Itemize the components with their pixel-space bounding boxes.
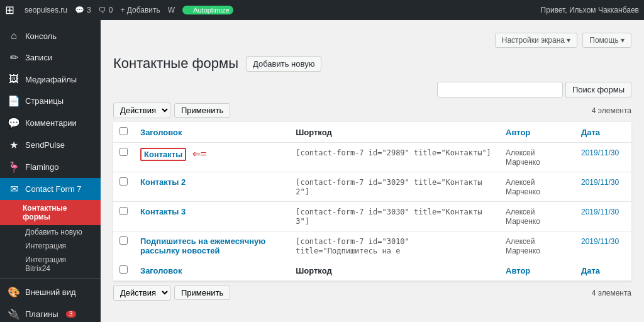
table-row: Контакты 3 [contact-form-7 id="3030" tit…: [113, 202, 631, 231]
cf7-icon: ✉: [8, 183, 20, 195]
tfoot-shortcode: Шорткод: [289, 260, 499, 281]
sidebar-sub-add-new[interactable]: Добавить новую: [0, 225, 101, 239]
sidebar-label-posts: Записи: [25, 53, 52, 62]
row3-title-cell: Контакты 3: [134, 202, 289, 231]
th-checkbox: [113, 122, 134, 143]
row1-date[interactable]: 2019/11/30: [581, 148, 619, 157]
main-content: Настройки экрана ▾ Помощь ▾ Контактные ф…: [101, 20, 644, 322]
actions-left: Действия Применить: [113, 103, 230, 118]
row2-checkbox[interactable]: [119, 177, 128, 186]
select-all-checkbox[interactable]: [119, 127, 128, 135]
help-button[interactable]: Помощь ▾: [582, 33, 631, 48]
sidebar-item-plugins[interactable]: 🔌 Плагины 3: [0, 303, 101, 322]
tfoot-checkbox: [113, 260, 134, 281]
row4-date-cell: 2019/11/30: [575, 231, 631, 261]
row2-date[interactable]: 2019/11/30: [581, 178, 619, 187]
row4-title-cell: Подпишитесь на ежемесячную рассылку ново…: [134, 231, 289, 261]
row2-author-cell: Алексей Марченко: [499, 172, 575, 202]
row2-shortcode: [contact-form-7 id="3029" title="Контакт…: [296, 178, 482, 196]
sidebar-item-posts[interactable]: ✏ Записи: [0, 47, 101, 69]
row3-title-link[interactable]: Контакты 3: [140, 207, 186, 216]
select-all-footer-checkbox[interactable]: [119, 265, 128, 274]
row2-date-cell: 2019/11/30: [575, 172, 631, 202]
page-header: Контактные формы Добавить новую: [113, 55, 631, 72]
plugin-link[interactable]: W: [168, 6, 175, 14]
bottom-actions-bar: Действия Применить 4 элемента: [113, 285, 631, 301]
sidebar-sub-integration-bitrix[interactable]: Интеграция Bitrix24: [0, 253, 101, 275]
th-author[interactable]: Автор: [499, 122, 575, 143]
sidebar-item-comments[interactable]: 💬 Комментарии: [0, 112, 101, 134]
sidebar-label-sendpulse: SendPulse: [25, 140, 65, 150]
add-new-link[interactable]: + Добавить: [120, 6, 160, 14]
tfoot-title[interactable]: Заголовок: [134, 260, 289, 281]
sidebar-item-pages[interactable]: 📄 Страницы: [0, 90, 101, 112]
comment-icon: 💬: [75, 6, 84, 14]
row1-author: Алексей Марченко: [506, 148, 540, 167]
comments-link[interactable]: 💬 3: [75, 6, 91, 14]
sidebar: ⌂ Консоль ✏ Записи 🖼 Медиафайлы 📄 Страни…: [0, 20, 101, 322]
row2-title-link[interactable]: Контакты 2: [140, 177, 186, 187]
row1-author-cell: Алексей Марченко: [499, 143, 575, 172]
row4-checkbox-cell: [113, 231, 134, 261]
sidebar-item-flamingo[interactable]: 🦩 Flamingo: [0, 156, 101, 178]
th-date[interactable]: Дата: [575, 122, 631, 143]
sidebar-item-console[interactable]: ⌂ Консоль: [0, 25, 101, 47]
pages-icon: 📄: [8, 95, 20, 107]
sidebar-item-appearance[interactable]: 🎨 Внешний вид: [0, 281, 101, 303]
sidebar-sub-label-integration: Интеграция: [25, 242, 66, 250]
row3-date[interactable]: 2019/11/30: [581, 208, 619, 216]
posts-icon: ✏: [8, 52, 20, 64]
row1-checkbox[interactable]: [119, 148, 128, 156]
row2-author: Алексей Марченко: [506, 178, 540, 196]
search-button[interactable]: Поиск формы: [565, 82, 631, 97]
row2-shortcode-cell: [contact-form-7 id="3029" title="Контакт…: [289, 172, 499, 202]
apply-button-top[interactable]: Применить: [174, 103, 230, 118]
flamingo-icon: 🦩: [8, 161, 20, 173]
tfoot-author[interactable]: Автор: [499, 260, 575, 281]
row1-title-link[interactable]: Контакты: [140, 148, 186, 161]
sidebar-item-media[interactable]: 🖼 Медиафайлы: [0, 69, 101, 90]
sidebar-separator-1: [0, 278, 101, 279]
sidebar-label-cf7: Contact Form 7: [25, 184, 82, 194]
comments-count: 3: [87, 6, 91, 14]
table-header-row: Заголовок Шорткод Автор Дата: [113, 122, 631, 143]
sidebar-label-plugins: Плагины: [25, 309, 58, 319]
row1-shortcode-cell: [contact-form-7 id="2989" title="Контакт…: [289, 143, 499, 172]
page-title: Контактные формы: [113, 55, 238, 72]
row4-checkbox[interactable]: [119, 236, 128, 245]
screen-settings-button[interactable]: Настройки экрана ▾: [495, 33, 578, 48]
row2-checkbox-cell: [113, 172, 134, 202]
bulk-actions-select-bottom[interactable]: Действия: [113, 285, 170, 301]
sidebar-sub-integration[interactable]: Интеграция: [0, 239, 101, 253]
th-title[interactable]: Заголовок: [134, 122, 289, 143]
tfoot-date[interactable]: Дата: [575, 260, 631, 281]
sidebar-label-pages: Страницы: [25, 96, 64, 106]
wp-logo[interactable]: ⊞: [5, 3, 14, 17]
row4-author: Алексей Марченко: [506, 237, 540, 255]
row4-title-link[interactable]: Подпишитесь на ежемесячную рассылку ново…: [140, 236, 265, 255]
layout: ⌂ Консоль ✏ Записи 🖼 Медиафайлы 📄 Страни…: [0, 20, 644, 322]
site-name: seopulses.ru: [25, 6, 67, 14]
row4-shortcode-cell: [contact-form-7 id="3010" title="Подпиши…: [289, 231, 499, 261]
admin-greeting: Привет, Ильхом Чакканбаев: [541, 6, 639, 14]
site-link[interactable]: seopulses.ru: [25, 6, 67, 14]
add-new-button[interactable]: Добавить новую: [246, 56, 321, 72]
autoptimize-dot: [186, 8, 191, 13]
sidebar-item-sendpulse[interactable]: ★ SendPulse: [0, 134, 101, 156]
bottom-actions-left: Действия Применить: [113, 285, 230, 301]
row4-author-cell: Алексей Марченко: [499, 231, 575, 261]
row4-date[interactable]: 2019/11/30: [581, 237, 619, 246]
notes-link[interactable]: 🗨 0: [99, 6, 113, 14]
apply-button-bottom[interactable]: Применить: [174, 286, 230, 300]
row1-shortcode: [contact-form-7 id="2989" title="Контакт…: [296, 148, 491, 157]
items-count-top: 4 элемента: [592, 106, 631, 115]
search-input[interactable]: [437, 82, 563, 97]
row1-arrow: ⇐=: [192, 148, 206, 159]
row4-shortcode: [contact-form-7 id="3010" title="Подпиши…: [296, 237, 409, 255]
bulk-actions-select[interactable]: Действия: [113, 103, 170, 118]
autoptimize-badge[interactable]: Autoptimize: [182, 6, 233, 14]
sidebar-sub-contact-forms[interactable]: Контактные формы: [0, 200, 101, 225]
row3-checkbox[interactable]: [119, 207, 128, 215]
row2-title-cell: Контакты 2: [134, 172, 289, 202]
sidebar-item-cf7[interactable]: ✉ Contact Form 7: [0, 178, 101, 200]
